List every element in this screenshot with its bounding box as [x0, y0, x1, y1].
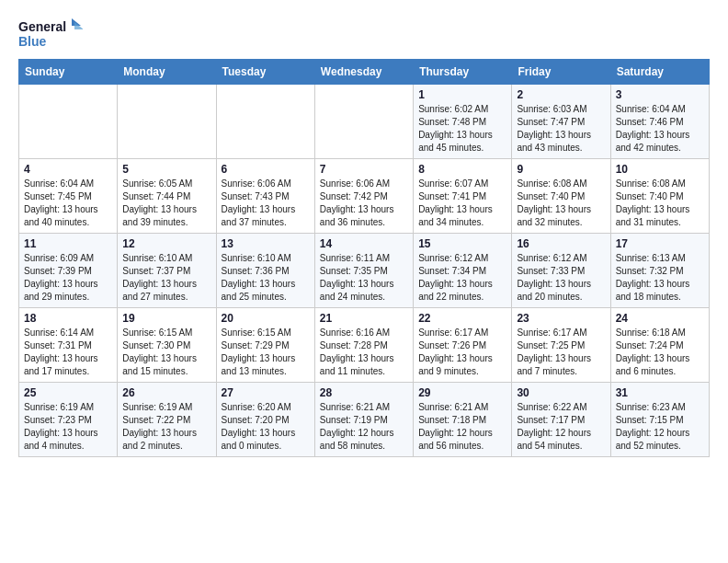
- day-number: 3: [616, 88, 704, 101]
- day-number: 10: [616, 163, 704, 176]
- day-info: Sunrise: 6:17 AM Sunset: 7:25 PM Dayligh…: [517, 327, 605, 378]
- day-cell: 24Sunrise: 6:18 AM Sunset: 7:24 PM Dayli…: [610, 308, 709, 383]
- day-info: Sunrise: 6:16 AM Sunset: 7:28 PM Dayligh…: [320, 327, 408, 378]
- day-info: Sunrise: 6:21 AM Sunset: 7:18 PM Dayligh…: [418, 401, 506, 453]
- day-info: Sunrise: 6:18 AM Sunset: 7:24 PM Dayligh…: [616, 327, 704, 378]
- day-info: Sunrise: 6:19 AM Sunset: 7:23 PM Dayligh…: [24, 401, 112, 453]
- day-number: 18: [24, 312, 112, 325]
- day-info: Sunrise: 6:19 AM Sunset: 7:22 PM Dayligh…: [122, 401, 210, 453]
- day-number: 31: [616, 386, 704, 399]
- calendar-table: SundayMondayTuesdayWednesdayThursdayFrid…: [18, 59, 710, 457]
- day-cell: 26Sunrise: 6:19 AM Sunset: 7:22 PM Dayli…: [118, 383, 216, 457]
- day-cell: 8Sunrise: 6:07 AM Sunset: 7:41 PM Daylig…: [414, 159, 512, 234]
- weekday-header-monday: Monday: [118, 60, 216, 85]
- day-number: 20: [222, 312, 310, 325]
- day-number: 8: [418, 163, 506, 176]
- day-number: 23: [517, 312, 605, 325]
- day-number: 7: [320, 163, 408, 176]
- day-number: 22: [418, 312, 506, 325]
- day-cell: 31Sunrise: 6:23 AM Sunset: 7:15 PM Dayli…: [610, 383, 709, 457]
- day-number: 26: [122, 386, 210, 399]
- day-info: Sunrise: 6:06 AM Sunset: 7:42 PM Dayligh…: [320, 178, 408, 229]
- day-info: Sunrise: 6:22 AM Sunset: 7:17 PM Dayligh…: [517, 401, 605, 453]
- day-number: 4: [24, 163, 112, 176]
- weekday-header-friday: Friday: [512, 60, 610, 85]
- day-cell: 23Sunrise: 6:17 AM Sunset: 7:25 PM Dayli…: [512, 308, 610, 383]
- day-number: 14: [320, 237, 408, 250]
- day-number: 27: [222, 386, 310, 399]
- day-cell: 18Sunrise: 6:14 AM Sunset: 7:31 PM Dayli…: [19, 308, 118, 383]
- week-row-5: 25Sunrise: 6:19 AM Sunset: 7:23 PM Dayli…: [19, 383, 710, 457]
- day-number: 1: [418, 88, 506, 101]
- day-cell: 15Sunrise: 6:12 AM Sunset: 7:34 PM Dayli…: [414, 234, 512, 308]
- day-info: Sunrise: 6:07 AM Sunset: 7:41 PM Dayligh…: [418, 178, 506, 229]
- day-cell: 3Sunrise: 6:04 AM Sunset: 7:46 PM Daylig…: [610, 85, 709, 159]
- day-info: Sunrise: 6:20 AM Sunset: 7:20 PM Dayligh…: [222, 401, 310, 453]
- day-cell: 27Sunrise: 6:20 AM Sunset: 7:20 PM Dayli…: [216, 383, 314, 457]
- day-cell: 5Sunrise: 6:05 AM Sunset: 7:44 PM Daylig…: [118, 159, 216, 234]
- day-info: Sunrise: 6:11 AM Sunset: 7:35 PM Dayligh…: [320, 252, 408, 304]
- day-number: 30: [517, 386, 605, 399]
- day-info: Sunrise: 6:10 AM Sunset: 7:36 PM Dayligh…: [222, 252, 310, 304]
- day-info: Sunrise: 6:08 AM Sunset: 7:40 PM Dayligh…: [616, 178, 704, 229]
- day-number: 29: [418, 386, 506, 399]
- day-info: Sunrise: 6:02 AM Sunset: 7:48 PM Dayligh…: [418, 103, 506, 155]
- day-cell: 1Sunrise: 6:02 AM Sunset: 7:48 PM Daylig…: [414, 85, 512, 159]
- day-info: Sunrise: 6:14 AM Sunset: 7:31 PM Dayligh…: [24, 327, 112, 378]
- weekday-header-row: SundayMondayTuesdayWednesdayThursdayFrid…: [19, 60, 710, 85]
- day-cell: 4Sunrise: 6:04 AM Sunset: 7:45 PM Daylig…: [19, 159, 118, 234]
- day-cell: [314, 85, 413, 159]
- day-info: Sunrise: 6:05 AM Sunset: 7:44 PM Dayligh…: [122, 178, 210, 229]
- logo: General Blue: [18, 15, 83, 52]
- logo-svg: General Blue: [18, 15, 83, 52]
- calendar-body: 1Sunrise: 6:02 AM Sunset: 7:48 PM Daylig…: [19, 85, 710, 457]
- day-info: Sunrise: 6:08 AM Sunset: 7:40 PM Dayligh…: [517, 178, 605, 229]
- weekday-header-thursday: Thursday: [414, 60, 512, 85]
- weekday-header-saturday: Saturday: [610, 60, 709, 85]
- weekday-header-wednesday: Wednesday: [314, 60, 413, 85]
- weekday-header-sunday: Sunday: [19, 60, 118, 85]
- day-info: Sunrise: 6:15 AM Sunset: 7:29 PM Dayligh…: [222, 327, 310, 378]
- day-info: Sunrise: 6:17 AM Sunset: 7:26 PM Dayligh…: [418, 327, 506, 378]
- page-header: General Blue: [18, 15, 710, 52]
- day-cell: 17Sunrise: 6:13 AM Sunset: 7:32 PM Dayli…: [610, 234, 709, 308]
- day-info: Sunrise: 6:13 AM Sunset: 7:32 PM Dayligh…: [616, 252, 704, 304]
- week-row-2: 4Sunrise: 6:04 AM Sunset: 7:45 PM Daylig…: [19, 159, 710, 234]
- day-number: 5: [122, 163, 210, 176]
- day-cell: 12Sunrise: 6:10 AM Sunset: 7:37 PM Dayli…: [118, 234, 216, 308]
- day-number: 17: [616, 237, 704, 250]
- day-number: 25: [24, 386, 112, 399]
- day-info: Sunrise: 6:06 AM Sunset: 7:43 PM Dayligh…: [222, 178, 310, 229]
- day-number: 24: [616, 312, 704, 325]
- day-cell: 25Sunrise: 6:19 AM Sunset: 7:23 PM Dayli…: [19, 383, 118, 457]
- day-number: 11: [24, 237, 112, 250]
- svg-marker-3: [74, 22, 83, 29]
- day-info: Sunrise: 6:12 AM Sunset: 7:34 PM Dayligh…: [418, 252, 506, 304]
- day-cell: 2Sunrise: 6:03 AM Sunset: 7:47 PM Daylig…: [512, 85, 610, 159]
- day-number: 19: [122, 312, 210, 325]
- day-cell: 9Sunrise: 6:08 AM Sunset: 7:40 PM Daylig…: [512, 159, 610, 234]
- day-info: Sunrise: 6:23 AM Sunset: 7:15 PM Dayligh…: [616, 401, 704, 453]
- day-cell: [118, 85, 216, 159]
- day-cell: 10Sunrise: 6:08 AM Sunset: 7:40 PM Dayli…: [610, 159, 709, 234]
- day-cell: 16Sunrise: 6:12 AM Sunset: 7:33 PM Dayli…: [512, 234, 610, 308]
- week-row-4: 18Sunrise: 6:14 AM Sunset: 7:31 PM Dayli…: [19, 308, 710, 383]
- day-info: Sunrise: 6:04 AM Sunset: 7:45 PM Dayligh…: [24, 178, 112, 229]
- day-info: Sunrise: 6:10 AM Sunset: 7:37 PM Dayligh…: [122, 252, 210, 304]
- day-cell: 19Sunrise: 6:15 AM Sunset: 7:30 PM Dayli…: [118, 308, 216, 383]
- day-info: Sunrise: 6:04 AM Sunset: 7:46 PM Dayligh…: [616, 103, 704, 155]
- day-cell: 30Sunrise: 6:22 AM Sunset: 7:17 PM Dayli…: [512, 383, 610, 457]
- day-info: Sunrise: 6:15 AM Sunset: 7:30 PM Dayligh…: [122, 327, 210, 378]
- day-cell: 20Sunrise: 6:15 AM Sunset: 7:29 PM Dayli…: [216, 308, 314, 383]
- day-cell: 28Sunrise: 6:21 AM Sunset: 7:19 PM Dayli…: [314, 383, 413, 457]
- day-info: Sunrise: 6:03 AM Sunset: 7:47 PM Dayligh…: [517, 103, 605, 155]
- week-row-3: 11Sunrise: 6:09 AM Sunset: 7:39 PM Dayli…: [19, 234, 710, 308]
- day-number: 2: [517, 88, 605, 101]
- week-row-1: 1Sunrise: 6:02 AM Sunset: 7:48 PM Daylig…: [19, 85, 710, 159]
- day-info: Sunrise: 6:09 AM Sunset: 7:39 PM Dayligh…: [24, 252, 112, 304]
- day-number: 6: [222, 163, 310, 176]
- day-cell: 29Sunrise: 6:21 AM Sunset: 7:18 PM Dayli…: [414, 383, 512, 457]
- day-cell: 21Sunrise: 6:16 AM Sunset: 7:28 PM Dayli…: [314, 308, 413, 383]
- svg-text:General: General: [18, 19, 66, 34]
- svg-text:Blue: Blue: [18, 34, 47, 49]
